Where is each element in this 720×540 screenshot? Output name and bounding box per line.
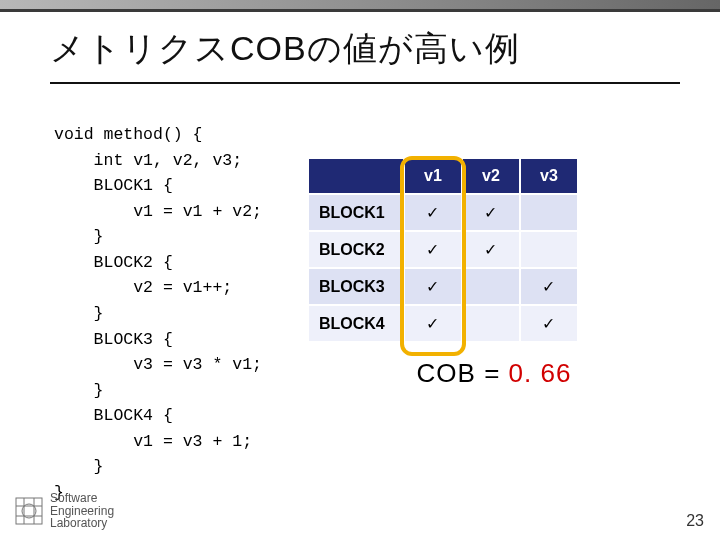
cell [520, 231, 578, 268]
row-label: BLOCK1 [308, 194, 404, 231]
variable-usage-table: v1 v2 v3 BLOCK1 ✓ ✓ BLOCK2 ✓ ✓ [308, 158, 578, 342]
right-column: v1 v2 v3 BLOCK1 ✓ ✓ BLOCK2 ✓ ✓ [308, 116, 680, 511]
cob-value: 0. 66 [509, 358, 572, 388]
col-header-v2: v2 [462, 158, 520, 194]
title-underline [50, 82, 680, 84]
row-label: BLOCK2 [308, 231, 404, 268]
logo-icon [14, 496, 44, 526]
cell: ✓ [404, 194, 462, 231]
cell: ✓ [404, 305, 462, 342]
cell: ✓ [520, 268, 578, 305]
table-row: BLOCK1 ✓ ✓ [308, 194, 578, 231]
cell [462, 268, 520, 305]
table-row: BLOCK4 ✓ ✓ [308, 305, 578, 342]
page-title: メトリクスCOBの値が高い例 [50, 26, 680, 72]
lab-logo: Software Engineering Laboratory [14, 492, 114, 530]
col-header-v1: v1 [404, 158, 462, 194]
col-header-v3: v3 [520, 158, 578, 194]
cell [462, 305, 520, 342]
cell: ✓ [404, 268, 462, 305]
content-area: void method() { int v1, v2, v3; BLOCK1 {… [0, 90, 720, 511]
code-block: void method() { int v1, v2, v3; BLOCK1 {… [50, 116, 268, 511]
table-row: BLOCK2 ✓ ✓ [308, 231, 578, 268]
footer: Software Engineering Laboratory 23 [0, 492, 720, 534]
cell: ✓ [520, 305, 578, 342]
cell: ✓ [462, 231, 520, 268]
cell [520, 194, 578, 231]
code-text: void method() { int v1, v2, v3; BLOCK1 {… [54, 122, 262, 505]
table-row: BLOCK3 ✓ ✓ [308, 268, 578, 305]
title-area: メトリクスCOBの値が高い例 [0, 12, 720, 90]
row-label: BLOCK4 [308, 305, 404, 342]
cob-result: COB = 0. 66 [308, 358, 680, 389]
top-decorative-band [0, 0, 720, 12]
logo-line1: Software [50, 492, 114, 505]
svg-rect-0 [16, 498, 42, 524]
page-number: 23 [686, 512, 704, 530]
cell: ✓ [404, 231, 462, 268]
cob-label: COB = [417, 358, 509, 388]
logo-line3: Laboratory [50, 517, 114, 530]
lab-logo-text: Software Engineering Laboratory [50, 492, 114, 530]
row-label: BLOCK3 [308, 268, 404, 305]
table-corner-blank [308, 158, 404, 194]
cell: ✓ [462, 194, 520, 231]
